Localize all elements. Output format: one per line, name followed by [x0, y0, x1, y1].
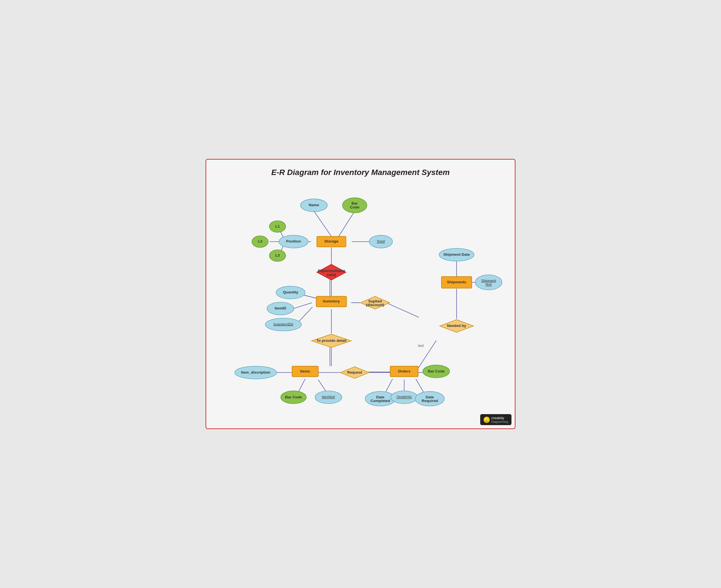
attr-sno-label: Sno#	[377, 239, 385, 243]
attr-itemno-label: ItemNo#	[322, 395, 335, 399]
attr-name-label: Name	[309, 203, 319, 207]
svg-line-17	[298, 379, 305, 393]
attr-position-label: Position	[286, 239, 301, 243]
attr-barcode-orders-label: Bar Code	[428, 369, 445, 373]
attr-quantity-label: Quantity	[283, 290, 299, 294]
attr-l3-label: L3	[275, 253, 280, 257]
svg-line-1	[339, 211, 355, 236]
rel-replenishment-label2: (add)	[327, 273, 336, 277]
svg-line-22	[385, 379, 393, 393]
rel-suplied-label2: (discount)	[366, 303, 384, 307]
attr-l1-label: L1	[275, 224, 280, 228]
svg-line-11	[298, 307, 313, 323]
svg-line-10	[294, 303, 312, 309]
brand-badge: 💡 creately Diagramming	[480, 414, 512, 425]
entity-inventory-label: Inventory	[323, 299, 340, 303]
attr-barcode-storage-label1: Bar	[352, 201, 358, 205]
entity-storage-label: Storage	[324, 239, 339, 243]
attr-orderno-label: OrederNo	[397, 395, 412, 399]
entity-orders-label: Orders	[398, 369, 410, 373]
attr-date-required-label2: Required	[422, 399, 438, 403]
entity-shipments-label: Shipments	[447, 280, 466, 284]
attr-l2-label: L2	[258, 239, 262, 243]
rel-replenishment-label1: Replenishment	[318, 269, 345, 273]
brand-text: creately Diagramming	[492, 416, 508, 423]
attr-barcode-items-label: Bar Code	[285, 395, 302, 399]
attr-shipment-no-label1: Shipment	[481, 279, 496, 283]
attr-barcode-storage-label2: Code	[350, 205, 360, 209]
rel-to-provide-label: To provide detail	[316, 338, 346, 343]
text-label: text	[418, 344, 424, 348]
attr-date-completed-label2: Completed	[370, 399, 390, 403]
diagram-container: E-R Diagram for Inventory Management Sys…	[206, 159, 515, 429]
rel-request-label: Request	[347, 370, 362, 375]
attr-itemid-label: ItemID	[275, 306, 286, 310]
attr-shipment-no-label2: No#	[485, 282, 492, 287]
rel-needed-by-label: Needed by	[447, 323, 466, 328]
attr-shipment-date-label: Shipment Date	[443, 252, 470, 257]
entity-items-label: Items	[300, 369, 310, 373]
attr-item-desc-label: Item_discription	[241, 370, 271, 375]
attr-inventoryid-label: InventoryID#	[274, 322, 293, 327]
svg-line-24	[416, 379, 424, 393]
svg-line-13	[386, 303, 419, 317]
svg-line-0	[314, 211, 332, 236]
brand-bulb: 💡	[484, 417, 490, 423]
